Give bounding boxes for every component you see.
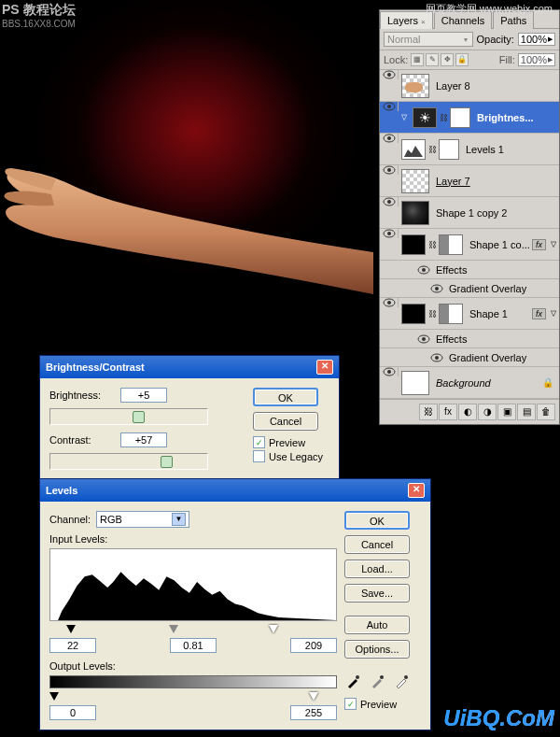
- adjustment-thumbnail[interactable]: ☀: [413, 107, 437, 128]
- output-black-slider[interactable]: [49, 692, 59, 701]
- eye-icon[interactable]: [417, 265, 430, 275]
- layer-row[interactable]: Shape 1 copy 2: [380, 197, 559, 229]
- ok-button[interactable]: OK: [253, 388, 318, 406]
- contrast-thumb[interactable]: [161, 456, 173, 468]
- layer-name[interactable]: Brightnes...: [473, 112, 559, 123]
- preview-checkbox[interactable]: ✓ Preview: [253, 436, 329, 448]
- eyedropper-black-icon[interactable]: [344, 672, 363, 690]
- layer-row-background[interactable]: Background 🔒: [380, 367, 559, 399]
- cancel-button[interactable]: Cancel: [253, 412, 318, 431]
- gradient-overlay-row[interactable]: Gradient Overlay: [380, 279, 559, 298]
- layer-thumbnail[interactable]: [401, 169, 429, 193]
- auto-button[interactable]: Auto: [344, 616, 410, 634]
- layer-thumbnail[interactable]: [401, 234, 426, 255]
- eye-icon[interactable]: [430, 284, 443, 293]
- vector-mask-thumbnail[interactable]: [439, 304, 463, 324]
- opacity-input[interactable]: 100%▶: [518, 33, 555, 46]
- layer-name[interactable]: Layer 7: [432, 176, 559, 187]
- layer-name[interactable]: Shape 1 co...: [466, 239, 532, 250]
- output-white-field[interactable]: [290, 705, 337, 720]
- effects-row[interactable]: Effects: [380, 330, 559, 348]
- layer-row[interactable]: ⛓ Levels 1: [380, 134, 559, 165]
- layer-name[interactable]: Shape 1: [466, 308, 532, 319]
- eye-icon[interactable]: [383, 70, 396, 79]
- input-black-field[interactable]: [49, 638, 96, 653]
- eye-icon[interactable]: [383, 134, 396, 143]
- layer-name[interactable]: Levels 1: [462, 144, 559, 155]
- layer-mask-icon[interactable]: ◐: [458, 404, 477, 420]
- layer-thumbnail[interactable]: [401, 304, 426, 324]
- eye-icon[interactable]: [383, 165, 396, 175]
- mask-thumbnail[interactable]: [450, 107, 470, 128]
- blend-mode-select[interactable]: Normal▼: [384, 32, 473, 47]
- brightness-slider[interactable]: [49, 408, 208, 425]
- link-icon[interactable]: ⛓: [427, 309, 437, 319]
- fill-input[interactable]: 100%▶: [518, 53, 555, 66]
- use-legacy-checkbox[interactable]: Use Legacy: [253, 450, 329, 462]
- eye-icon[interactable]: [383, 298, 396, 307]
- lock-transparency-icon[interactable]: ▦: [411, 53, 424, 66]
- vector-mask-thumbnail[interactable]: [439, 234, 463, 255]
- output-slider-track[interactable]: [49, 692, 337, 703]
- fx-badge[interactable]: fx: [532, 239, 546, 250]
- adjustment-icon[interactable]: ◑: [478, 404, 497, 420]
- link-icon[interactable]: ⛓: [427, 240, 437, 249]
- output-black-field[interactable]: [49, 705, 96, 720]
- lock-pixels-icon[interactable]: ✎: [426, 53, 439, 66]
- link-icon[interactable]: ⛓: [427, 145, 437, 154]
- brightness-thumb[interactable]: [133, 411, 145, 423]
- save-button[interactable]: Save...: [344, 584, 410, 602]
- layer-name[interactable]: Background: [432, 377, 542, 389]
- fx-badge[interactable]: fx: [532, 308, 546, 319]
- preview-checkbox[interactable]: ✓ Preview: [344, 698, 421, 710]
- eye-icon[interactable]: [417, 334, 430, 344]
- gradient-overlay-row[interactable]: Gradient Overlay: [380, 348, 559, 367]
- load-button[interactable]: Load...: [344, 560, 410, 578]
- layer-name[interactable]: Shape 1 copy 2: [432, 207, 559, 219]
- input-mid-field[interactable]: [170, 638, 217, 653]
- options-button[interactable]: Options...: [344, 640, 410, 659]
- collapse-arrow-icon[interactable]: ▽: [399, 113, 410, 121]
- eye-icon[interactable]: [383, 102, 396, 111]
- eye-icon[interactable]: [383, 197, 396, 206]
- input-black-slider[interactable]: [66, 625, 76, 633]
- close-icon[interactable]: ✕: [316, 360, 333, 375]
- new-layer-icon[interactable]: ▤: [517, 404, 536, 420]
- brightness-input[interactable]: [120, 388, 167, 403]
- layer-style-icon[interactable]: fx: [439, 404, 457, 420]
- output-white-slider[interactable]: [309, 692, 318, 701]
- layer-thumbnail[interactable]: [401, 371, 429, 395]
- effects-row[interactable]: Effects: [380, 261, 559, 279]
- layer-row[interactable]: Layer 7: [380, 165, 559, 197]
- layer-row[interactable]: Layer 8: [380, 70, 559, 102]
- input-slider-track[interactable]: [49, 625, 337, 636]
- contrast-input[interactable]: [120, 432, 167, 447]
- eyedropper-gray-icon[interactable]: [369, 672, 387, 690]
- contrast-slider[interactable]: [49, 453, 208, 470]
- input-mid-slider[interactable]: [169, 625, 178, 633]
- mask-thumbnail[interactable]: [439, 139, 459, 160]
- layer-thumbnail[interactable]: [401, 201, 429, 225]
- group-icon[interactable]: ▣: [497, 404, 516, 420]
- trash-icon[interactable]: 🗑: [537, 404, 555, 420]
- channel-select[interactable]: RGB ▼: [96, 511, 189, 528]
- lock-all-icon[interactable]: 🔒: [455, 53, 469, 66]
- eye-icon[interactable]: [383, 367, 396, 376]
- collapse-arrow-icon[interactable]: ▽: [548, 309, 559, 318]
- ok-button[interactable]: OK: [344, 511, 410, 530]
- lv-titlebar[interactable]: Levels ✕: [40, 479, 430, 502]
- layer-row[interactable]: ⛓ Shape 1 co... fx ▽: [380, 229, 559, 261]
- eye-icon[interactable]: [383, 229, 396, 238]
- close-icon[interactable]: ✕: [408, 483, 425, 498]
- collapse-arrow-icon[interactable]: ▽: [548, 240, 559, 248]
- layer-name[interactable]: Layer 8: [432, 80, 559, 92]
- input-white-slider[interactable]: [269, 625, 278, 633]
- eye-icon[interactable]: [430, 353, 443, 362]
- layer-row-selected[interactable]: ▽ ☀ ⛓ Brightnes...: [380, 102, 559, 134]
- link-layers-icon[interactable]: ⛓: [419, 404, 438, 420]
- layer-thumbnail[interactable]: [401, 74, 429, 98]
- cancel-button[interactable]: Cancel: [344, 535, 410, 554]
- layer-row[interactable]: ⛓ Shape 1 fx ▽: [380, 298, 559, 330]
- bc-titlebar[interactable]: Brightness/Contrast ✕: [40, 356, 339, 378]
- input-white-field[interactable]: [290, 638, 337, 653]
